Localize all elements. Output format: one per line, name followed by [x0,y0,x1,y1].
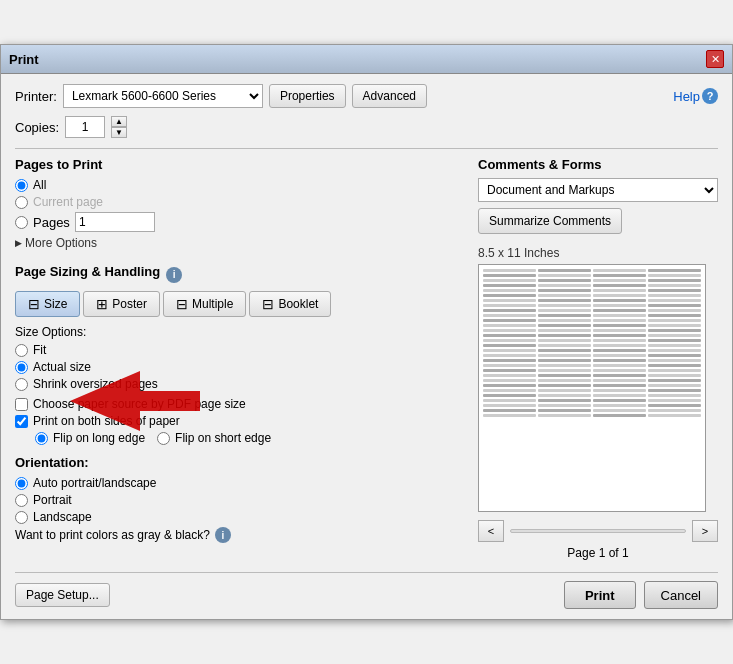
nav-slider[interactable] [510,529,686,533]
fit-radio[interactable] [15,344,28,357]
actual-size-row: Actual size [15,360,458,374]
nav-next-button[interactable]: > [692,520,718,542]
nav-prev-button[interactable]: < [478,520,504,542]
both-sides-label: Print on both sides of paper [33,414,180,428]
flip-long-row: Flip on long edge [35,431,145,445]
sizing-title: Page Sizing & Handling [15,264,160,279]
print-button[interactable]: Print [564,581,636,609]
line [483,339,536,342]
line [538,379,591,382]
tab-size[interactable]: ⊟ Size [15,291,80,317]
line [483,354,536,357]
fit-row: Fit [15,343,458,357]
line [538,369,591,372]
choose-paper-row: Choose paper source by PDF page size [15,397,458,411]
pages-to-print-section: Pages to Print All Current page Pages [15,157,458,250]
line [593,359,646,362]
dialog-title: Print [9,52,39,67]
line [593,309,646,312]
line [593,339,646,342]
line [483,269,536,272]
flip-long-radio[interactable] [35,432,48,445]
size-options-label: Size Options: [15,325,458,339]
close-button[interactable]: ✕ [706,50,724,68]
all-radio[interactable] [15,179,28,192]
line [648,319,701,322]
tab-poster[interactable]: ⊞ Poster [83,291,160,317]
line [593,384,646,387]
actual-size-radio[interactable] [15,361,28,374]
line [538,414,591,417]
preview-section: 8.5 x 11 Inches [478,246,718,560]
properties-button[interactable]: Properties [269,84,346,108]
line [593,319,646,322]
current-page-radio[interactable] [15,196,28,209]
portrait-row: Portrait [15,493,458,507]
advanced-button[interactable]: Advanced [352,84,427,108]
line [648,384,701,387]
sizing-title-row: Page Sizing & Handling i [15,264,458,285]
line [483,279,536,282]
printer-label: Printer: [15,89,57,104]
line [538,324,591,327]
choose-paper-label: Choose paper source by PDF page size [33,397,246,411]
pages-label: Pages [33,215,70,230]
cancel-button[interactable]: Cancel [644,581,718,609]
flip-short-label: Flip on short edge [175,431,271,445]
sizing-tabs: ⊟ Size ⊞ Poster ⊟ Multiple ⊟ [15,291,458,317]
line [483,389,536,392]
line [648,374,701,377]
flip-short-radio[interactable] [157,432,170,445]
flip-row: Flip on long edge Flip on short edge [35,431,458,445]
auto-orientation-radio[interactable] [15,477,28,490]
sizing-info-icon: i [166,267,182,283]
line [648,414,701,417]
line [538,309,591,312]
help-link[interactable]: Help ? [673,88,718,104]
page-sizing-section: Page Sizing & Handling i ⊟ Size ⊞ Poster [15,264,458,445]
pages-input[interactable] [75,212,155,232]
top-row: Printer: Lexmark 5600-6600 Series Proper… [15,84,718,108]
printer-select[interactable]: Lexmark 5600-6600 Series [63,84,263,108]
copies-down[interactable]: ▼ [111,127,127,138]
copies-row: Copies: ▲ ▼ [15,116,718,138]
line [648,344,701,347]
line [593,369,646,372]
landscape-label: Landscape [33,510,92,524]
line [593,354,646,357]
line [648,334,701,337]
current-page-label: Current page [33,195,103,209]
line [593,289,646,292]
summarize-button[interactable]: Summarize Comments [478,208,622,234]
line [593,324,646,327]
line [538,349,591,352]
line [483,369,536,372]
line [593,329,646,332]
line [648,339,701,342]
copies-input[interactable] [65,116,105,138]
gray-question-text: Want to print colors as gray & black? [15,528,210,542]
line [538,299,591,302]
tab-multiple[interactable]: ⊟ Multiple [163,291,246,317]
pages-radio[interactable] [15,216,28,229]
poster-tab-icon: ⊞ [96,296,108,312]
comments-forms-select[interactable]: Document and Markups Document Form Field… [478,178,718,202]
line [538,374,591,377]
line [593,269,646,272]
page-setup-button[interactable]: Page Setup... [15,583,110,607]
line [593,294,646,297]
landscape-radio[interactable] [15,511,28,524]
copies-up[interactable]: ▲ [111,116,127,127]
shrink-radio[interactable] [15,378,28,391]
right-column: Comments & Forms Document and Markups Do… [478,157,718,560]
tab-booklet[interactable]: ⊟ Booklet [249,291,331,317]
preview-col-1 [483,269,536,507]
portrait-radio[interactable] [15,494,28,507]
copies-label: Copies: [15,120,59,135]
choose-paper-checkbox[interactable] [15,398,28,411]
line [648,349,701,352]
comments-forms-title: Comments & Forms [478,157,718,172]
line [593,279,646,282]
more-options[interactable]: ▶ More Options [15,236,458,250]
both-sides-checkbox[interactable] [15,415,28,428]
